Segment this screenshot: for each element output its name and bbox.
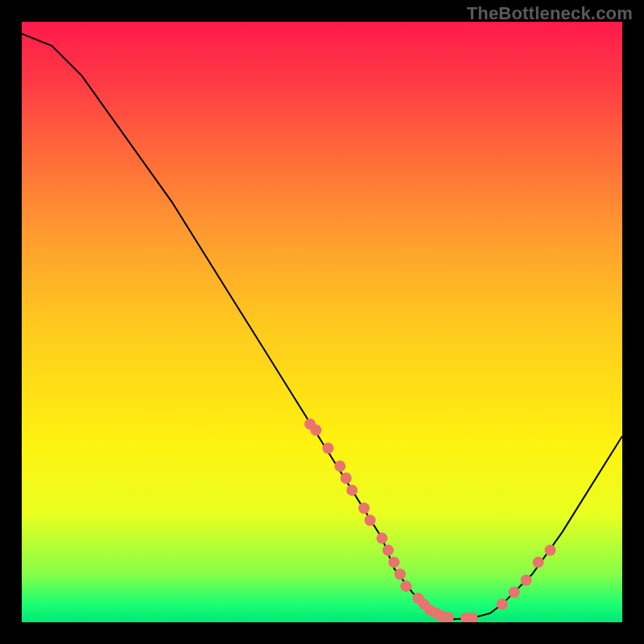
data-point bbox=[365, 514, 376, 526]
data-point bbox=[521, 575, 532, 586]
data-markers bbox=[304, 419, 555, 622]
figure-container: TheBottleneck.com bbox=[0, 0, 644, 644]
watermark-text: TheBottleneck.com bbox=[467, 3, 633, 24]
plot-area bbox=[22, 22, 622, 622]
data-point bbox=[400, 580, 411, 592]
data-point bbox=[323, 443, 334, 454]
data-point bbox=[389, 556, 400, 568]
data-point bbox=[311, 424, 322, 436]
data-point bbox=[358, 502, 369, 514]
data-point bbox=[509, 587, 520, 598]
data-point bbox=[394, 568, 406, 580]
data-point bbox=[341, 473, 352, 484]
bottleneck-curve bbox=[22, 34, 622, 619]
data-point bbox=[346, 485, 357, 496]
data-point bbox=[545, 545, 556, 556]
plot-border bbox=[22, 22, 622, 622]
data-point bbox=[334, 460, 345, 472]
data-point bbox=[497, 599, 508, 610]
data-point bbox=[533, 556, 544, 568]
data-point bbox=[382, 545, 394, 556]
chart-svg bbox=[22, 22, 622, 622]
data-point bbox=[377, 533, 388, 544]
